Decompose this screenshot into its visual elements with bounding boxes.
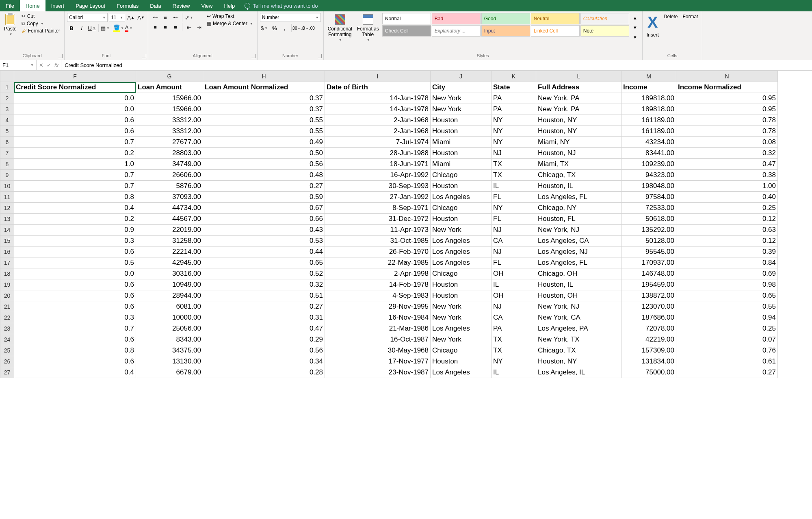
- cell-L8[interactable]: Miami, TX: [536, 159, 621, 170]
- cell-J18[interactable]: Chicago: [431, 268, 492, 279]
- col-header-M[interactable]: M: [621, 71, 676, 82]
- cell-F23[interactable]: 0.7: [14, 323, 136, 334]
- cell-F10[interactable]: 0.7: [14, 181, 136, 192]
- cell-K17[interactable]: FL: [492, 257, 536, 268]
- cell-M21[interactable]: 123070.00: [621, 301, 676, 312]
- tell-me-search[interactable]: Tell me what you want to do: [240, 0, 322, 11]
- cell-H24[interactable]: 0.29: [203, 334, 325, 345]
- cell-K5[interactable]: NY: [492, 126, 536, 137]
- cell-N1[interactable]: Income Normalized: [676, 82, 778, 93]
- cell-L24[interactable]: New York, TX: [536, 334, 621, 345]
- cell-L25[interactable]: Chicago, TX: [536, 345, 621, 356]
- cell-F14[interactable]: 0.9: [14, 225, 136, 236]
- cell-G1[interactable]: Loan Amount: [136, 82, 203, 93]
- cell-F6[interactable]: 0.7: [14, 137, 136, 148]
- select-all-corner[interactable]: [0, 71, 14, 82]
- insert-cells-button[interactable]: XInsert: [645, 13, 660, 39]
- tab-formulas[interactable]: Formulas: [111, 0, 144, 11]
- cell-F12[interactable]: 0.4: [14, 203, 136, 214]
- cell-G3[interactable]: 15966.00: [136, 104, 203, 115]
- style-check-cell[interactable]: Check Cell: [382, 25, 431, 37]
- cell-I8[interactable]: 18-Jun-1971: [325, 159, 431, 170]
- align-bottom-button[interactable]: ⬵: [171, 13, 180, 22]
- cell-J12[interactable]: Chicago: [431, 203, 492, 214]
- style-explanatory[interactable]: Explanatory ...: [432, 25, 481, 37]
- cancel-formula-icon[interactable]: ✕: [39, 62, 43, 68]
- cell-M10[interactable]: 198048.00: [621, 181, 676, 192]
- cell-I26[interactable]: 17-Nov-1977: [325, 356, 431, 367]
- cell-M8[interactable]: 109239.00: [621, 159, 676, 170]
- format-as-table-button[interactable]: Format as Table▼: [355, 13, 381, 43]
- style-note[interactable]: Note: [580, 25, 629, 37]
- cell-F9[interactable]: 0.7: [14, 170, 136, 181]
- cell-K3[interactable]: PA: [492, 104, 536, 115]
- cell-K15[interactable]: CA: [492, 236, 536, 247]
- cell-M11[interactable]: 97584.00: [621, 192, 676, 203]
- cell-G16[interactable]: 22214.00: [136, 247, 203, 257]
- cell-M5[interactable]: 161189.00: [621, 126, 676, 137]
- row-header-27[interactable]: 27: [0, 367, 14, 378]
- cell-N19[interactable]: 0.98: [676, 279, 778, 290]
- row-header-15[interactable]: 15: [0, 236, 14, 247]
- tab-file[interactable]: File: [0, 0, 20, 11]
- cell-M3[interactable]: 189818.00: [621, 104, 676, 115]
- cell-I14[interactable]: 11-Apr-1973: [325, 225, 431, 236]
- cell-L10[interactable]: Houston, IL: [536, 181, 621, 192]
- align-center-button[interactable]: ≡: [161, 23, 170, 32]
- cell-N4[interactable]: 0.78: [676, 115, 778, 126]
- align-left-button[interactable]: ≡: [151, 23, 160, 32]
- fx-icon[interactable]: fx: [54, 62, 58, 68]
- cell-L9[interactable]: Chicago, TX: [536, 170, 621, 181]
- cell-J16[interactable]: Los Angeles: [431, 247, 492, 257]
- cell-J10[interactable]: Houston: [431, 181, 492, 192]
- accounting-format-button[interactable]: $▼: [260, 24, 269, 32]
- cell-L19[interactable]: Houston, IL: [536, 279, 621, 290]
- cell-K1[interactable]: State: [492, 82, 536, 93]
- cell-L15[interactable]: Los Angeles, CA: [536, 236, 621, 247]
- cell-M23[interactable]: 72078.00: [621, 323, 676, 334]
- cell-G26[interactable]: 13130.00: [136, 356, 203, 367]
- cell-H23[interactable]: 0.47: [203, 323, 325, 334]
- cell-K7[interactable]: NJ: [492, 148, 536, 159]
- cell-J27[interactable]: Los Angeles: [431, 367, 492, 378]
- align-right-button[interactable]: ≡: [171, 23, 180, 32]
- cell-J6[interactable]: Miami: [431, 137, 492, 148]
- enter-formula-icon[interactable]: ✓: [47, 62, 51, 68]
- cell-N17[interactable]: 0.84: [676, 257, 778, 268]
- cell-H5[interactable]: 0.55: [203, 126, 325, 137]
- cell-M26[interactable]: 131834.00: [621, 356, 676, 367]
- format-cells-button[interactable]: Format: [681, 13, 699, 20]
- cell-F24[interactable]: 0.6: [14, 334, 136, 345]
- cell-I13[interactable]: 31-Dec-1972: [325, 214, 431, 225]
- cell-J11[interactable]: Los Angeles: [431, 192, 492, 203]
- cell-H16[interactable]: 0.44: [203, 247, 325, 257]
- cell-M27[interactable]: 75000.00: [621, 367, 676, 378]
- col-header-G[interactable]: G: [136, 71, 203, 82]
- cell-J13[interactable]: Houston: [431, 214, 492, 225]
- cell-L21[interactable]: New York, NJ: [536, 301, 621, 312]
- cell-M19[interactable]: 195459.00: [621, 279, 676, 290]
- cell-F20[interactable]: 0.6: [14, 290, 136, 301]
- comma-button[interactable]: ,: [280, 24, 289, 32]
- styles-scroll-down[interactable]: ▾: [631, 23, 640, 32]
- cell-M25[interactable]: 157309.00: [621, 345, 676, 356]
- cell-N10[interactable]: 1.00: [676, 181, 778, 192]
- cell-H4[interactable]: 0.55: [203, 115, 325, 126]
- row-header-23[interactable]: 23: [0, 323, 14, 334]
- borders-button[interactable]: ▦▼: [101, 24, 110, 32]
- orientation-button[interactable]: ⤢▼: [184, 13, 193, 22]
- cell-L18[interactable]: Chicago, OH: [536, 268, 621, 279]
- cell-N14[interactable]: 0.63: [676, 225, 778, 236]
- cell-J2[interactable]: New York: [431, 93, 492, 104]
- cell-N27[interactable]: 0.27: [676, 367, 778, 378]
- cell-L7[interactable]: Houston, NJ: [536, 148, 621, 159]
- row-header-4[interactable]: 4: [0, 115, 14, 126]
- tab-page-layout[interactable]: Page Layout: [70, 0, 111, 11]
- cell-L20[interactable]: Houston, OH: [536, 290, 621, 301]
- cell-N5[interactable]: 0.78: [676, 126, 778, 137]
- cell-N8[interactable]: 0.47: [676, 159, 778, 170]
- col-header-I[interactable]: I: [325, 71, 431, 82]
- cell-H18[interactable]: 0.52: [203, 268, 325, 279]
- cell-G19[interactable]: 10949.00: [136, 279, 203, 290]
- font-name-combo[interactable]: Calibri▼: [67, 13, 108, 22]
